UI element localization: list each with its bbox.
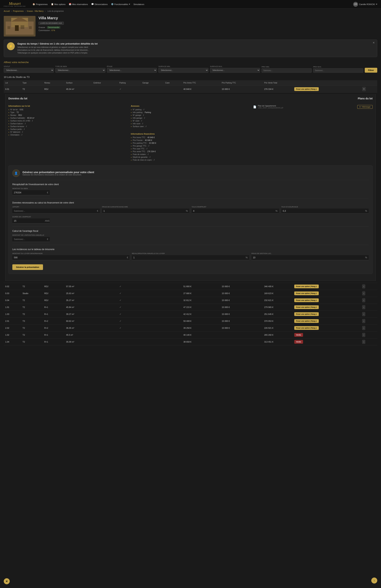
nav-mes-reservations[interactable]: 📅 Mes réservations (69, 3, 88, 5)
promo-banner: ⚡ Gagnez du temps ! Générez en 1 clic un… (4, 40, 377, 57)
filter-surface-min-select[interactable]: Sélectionnez... (158, 68, 209, 73)
filter-prix-min-input[interactable] (262, 68, 312, 73)
main-content: Villa Marcy LIVRÉ EN DÉCEMBRE 2025 Grass… (0, 14, 381, 350)
nav-programmes[interactable]: 🏠 Programmes (33, 3, 48, 5)
option-button[interactable]: Poser une option | Rang 1 (294, 298, 319, 302)
cell-option-btn: Vendu (293, 338, 361, 345)
montant-input[interactable] (12, 190, 45, 195)
cell-option-btn: Poser une option | Rang 1 (293, 318, 361, 325)
lot-info-item: Type : T2 (8, 111, 128, 113)
cell-niveau: R+1 (43, 311, 64, 318)
nav-mes-options-label: Mes options (54, 3, 65, 5)
nav-mes-options[interactable]: 📋 Mes options (51, 3, 65, 5)
frais-gestion-label: FRAIS DE GESTION LOC. (251, 252, 369, 254)
filter-prix-max-input[interactable] (313, 68, 363, 73)
nav-fonctionnalites[interactable]: ⚙️ Fonctionnalités ▾ (111, 3, 130, 5)
calendar-icon: 📅 (69, 3, 71, 5)
expand-button[interactable]: › (362, 326, 365, 330)
cell-exterieur (92, 318, 118, 325)
expand-button[interactable]: › (362, 298, 365, 302)
expand-button[interactable]: › (362, 305, 365, 309)
cell-surface: 45.5 m² (64, 332, 92, 338)
frais-gestion-input[interactable] (251, 255, 364, 260)
option-button[interactable]: Vendu (294, 340, 303, 344)
logo[interactable]: Mozart PRESTIGE PATRIMOINE (4, 1, 26, 7)
loyer-input[interactable] (12, 255, 125, 260)
col-lot: Lot (4, 80, 21, 85)
plan-item: 📄 Plan de l'appartement 1396_28307_6246a… (253, 105, 373, 109)
lot-info-item: Prix garage TTC : / (131, 145, 250, 147)
cell-type: Studio (21, 290, 43, 297)
cell-expand: › (361, 332, 377, 338)
download-icon: ⬇ (359, 106, 361, 108)
option-button[interactable]: Poser une option | Rang 1 (294, 292, 319, 295)
close-button[interactable]: ✕ (373, 41, 375, 44)
taux-assurance-input[interactable] (281, 209, 364, 213)
cell-garage (141, 318, 164, 325)
option-button[interactable]: Poser une option | Rang 1 (294, 319, 319, 323)
filter-surface-max-select[interactable]: Sélectionnez... (210, 68, 260, 73)
table-row: 1.04 T2 R+1 35.09 m² 38 658 € 313 451 € … (4, 338, 377, 345)
revalorisation-input[interactable] (132, 255, 244, 260)
cell-type: T2 (21, 85, 43, 93)
cell-cave (164, 318, 182, 325)
option-button[interactable]: Poser une option | Rang 1 (294, 305, 319, 309)
lot-info-item: Frais de mise en copro : / (131, 159, 250, 161)
breadcrumb-villa-marcy[interactable]: Grasse - Villa Marcy (27, 10, 44, 12)
loyer-unit: € (125, 256, 130, 259)
expand-button[interactable]: › (362, 340, 365, 344)
expand-button[interactable]: › (362, 333, 365, 337)
expand-button[interactable]: › (362, 312, 365, 316)
lot-section-financier-title: Informations financières (131, 133, 250, 135)
option-button[interactable]: Poser une option | Rang 1 (294, 312, 319, 316)
cell-prix-total: 265 260 € (263, 332, 293, 338)
option-button[interactable]: Poser une option | Rang 1 (294, 87, 319, 91)
cell-niveau: RDJ (43, 85, 64, 93)
taux-emprunt-input[interactable] (192, 209, 274, 213)
form-row-financing: APPORT € FRAIS DE GARANTIE BANCAIRE % (12, 206, 369, 214)
cell-expand: › (361, 304, 377, 311)
filter-button[interactable]: Filtrer (365, 68, 377, 73)
option-button[interactable]: Poser une option | Rang 1 (294, 285, 319, 288)
filter-type-select[interactable]: Sélectionnez... (55, 68, 105, 73)
expand-button[interactable]: ▾ (362, 87, 366, 91)
filter-etage-select[interactable]: Sélectionnez... (107, 68, 157, 73)
breadcrumb-sep1: › (11, 10, 12, 12)
option-button[interactable]: Vendu (294, 333, 303, 337)
cell-parking: ✓ (118, 318, 141, 325)
cell-parking (118, 338, 141, 345)
nav-denonciations[interactable]: 💬 Dénonciations (91, 3, 108, 5)
expand-button[interactable]: › (362, 319, 365, 323)
cell-surface: 45.54 m² (64, 85, 92, 93)
expand-button[interactable]: › (362, 291, 365, 295)
duree-input[interactable] (12, 218, 43, 223)
form-col-frais-garantie: FRAIS DE GARANTIE BANCAIRE % (102, 206, 190, 214)
cell-prix-total: 313 451 € (263, 338, 293, 345)
expand-button[interactable]: › (362, 284, 365, 289)
taux-emprunt-unit: % (274, 210, 279, 212)
filter-statut-select[interactable]: Sélectionnez... (4, 68, 54, 73)
cell-prix-immo: 27 680 € (182, 290, 220, 297)
breadcrumb-accueil[interactable]: Accueil (4, 10, 10, 12)
frais-garantie-input[interactable] (102, 209, 185, 213)
cell-cave (164, 338, 182, 345)
lot-section-plans: 📄 Plan de l'appartement 1396_28307_6246a… (253, 105, 373, 162)
user-name: Camille ROKICKI (359, 3, 375, 5)
home-icon: 🏠 (33, 3, 35, 5)
breadcrumb-programmes[interactable]: Programmes (13, 10, 23, 12)
lot-section-info-title: Informations sur le lot (8, 105, 128, 107)
cell-prix-total: 169 623 € (263, 290, 293, 297)
telecharger-button[interactable]: ⬇ Télécharger (357, 105, 373, 109)
cell-cave (164, 283, 182, 290)
cell-niveau: R+2 (43, 325, 64, 332)
apport-input[interactable] (12, 209, 95, 213)
generate-button[interactable]: Générer la présentation (12, 264, 43, 270)
imposition-input[interactable] (12, 237, 45, 242)
option-button[interactable]: Poser une option | Rang 1 (294, 326, 319, 330)
form-col-taux-emprunt: TAUX D'EMPRUNT % (192, 206, 279, 214)
cell-expand: › (361, 311, 377, 318)
property-commission: Commission : 6 % (38, 29, 64, 31)
nav-simulateurs[interactable]: Simulateurs (133, 3, 144, 5)
cell-type: T2 (21, 311, 43, 318)
user-menu[interactable]: CR Camille ROKICKI ▾ (353, 2, 377, 7)
